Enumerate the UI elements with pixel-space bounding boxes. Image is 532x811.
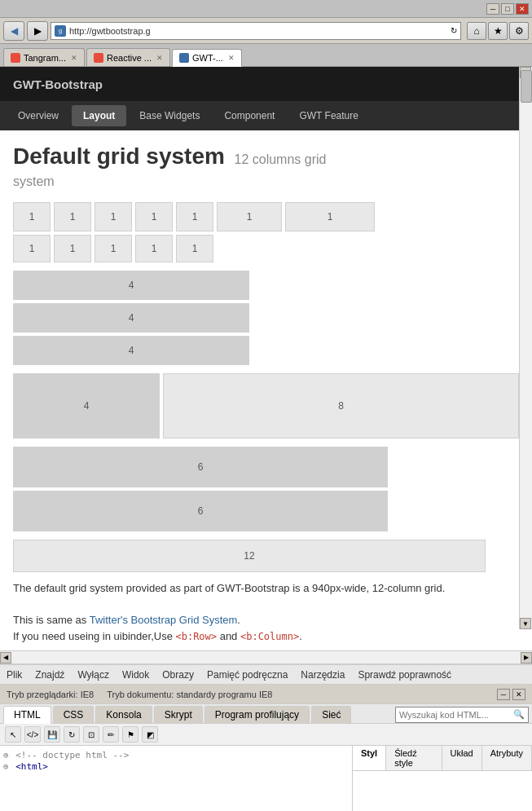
grid-section-3: 4 8 [13, 373, 519, 439]
devtools-tab-profiling[interactable]: Program profilujący [204, 706, 310, 723]
style-panel-header: Styl Śledź style Układ Atrybuty [353, 746, 532, 771]
devtools-menu-pamiec[interactable]: Pamięć podręczna [207, 669, 288, 681]
devtools-tab-html[interactable]: HTML [3, 706, 51, 724]
devtools-tab-konsola[interactable]: Konsola [95, 706, 152, 723]
grid-row-1-1: 1 1 1 1 1 1 1 [13, 202, 519, 231]
grid-section-5: 12 [13, 540, 519, 572]
grid-cell-4: 4 [13, 271, 249, 300]
grid-cell-4-tall: 4 [13, 373, 160, 439]
expand-icon-2[interactable]: ⊕ [3, 761, 9, 772]
address-text: http://gwtbootstrap.g [69, 26, 451, 36]
grid-cell: 1 [217, 202, 282, 231]
tab-label: Tangram... [24, 53, 66, 63]
scroll-thumb[interactable] [521, 70, 532, 103]
devtools-menu-wylacz[interactable]: Wyłącz [77, 669, 109, 681]
devtools-window-controls: ─ ✕ [497, 689, 525, 700]
description-para-1: The default grid system provided as part… [13, 580, 519, 597]
vertical-scrollbar[interactable]: ▲ ▼ [519, 67, 532, 629]
devtools-close-btn[interactable]: ✕ [512, 689, 525, 700]
devtools-btn6[interactable]: ✏ [103, 726, 119, 743]
devtools-minimize-btn[interactable]: ─ [497, 689, 510, 700]
grid-row-4-2: 6 [13, 491, 519, 531]
devtools-tab-css[interactable]: CSS [53, 706, 95, 723]
nav-item-overview[interactable]: Overview [7, 105, 70, 126]
code-tag-column: <b:Column> [240, 631, 299, 642]
tab-close-reactive-icon[interactable]: ✕ [156, 54, 163, 62]
tab-label-reactive: Reactive ... [107, 53, 152, 63]
devtools-save-btn[interactable]: 💾 [44, 726, 60, 743]
grid-cell-4: 4 [13, 303, 249, 333]
grid-cell-12: 12 [13, 540, 486, 572]
scroll-left-arrow[interactable]: ◀ [0, 652, 11, 663]
grid-cell-4: 4 [13, 336, 249, 365]
maximize-button[interactable]: □ [501, 3, 514, 15]
grid-cell: 1 [135, 235, 173, 262]
browser-titlebar: ─ □ ✕ [0, 0, 532, 18]
back-button[interactable]: ◀ [3, 21, 24, 41]
devtools-btn5[interactable]: ⊡ [83, 726, 99, 743]
devtools-tabs: HTML CSS Konsola Skrypt Program profiluj… [0, 704, 532, 724]
tab-tangram[interactable]: Tangram... ✕ [3, 48, 85, 66]
devtools-menu-znajdz[interactable]: Znajdź [35, 669, 64, 681]
grid-row-1-2: 1 1 1 1 1 [13, 235, 519, 262]
devtools-toolbar: ↖ </> 💾 ↻ ⊡ ✏ ⚑ ◩ [0, 724, 532, 746]
horizontal-scrollbar[interactable]: ◀ ▶ [0, 650, 532, 663]
favicon: g [55, 25, 66, 37]
forward-button[interactable]: ▶ [27, 21, 48, 41]
devtools-search-input[interactable] [396, 710, 510, 720]
devtools-refresh-btn[interactable]: ↻ [64, 726, 80, 743]
devtools-menu-widok[interactable]: Widok [122, 669, 149, 681]
style-tab-styl[interactable]: Styl [353, 746, 386, 770]
favorites-button[interactable]: ★ [488, 22, 508, 40]
devtools-btn7[interactable]: ⚑ [122, 726, 138, 743]
bootstrap-link[interactable]: Twitter's Bootstrap Grid System [90, 614, 238, 626]
devtools-cursor-btn[interactable]: ↖ [5, 726, 21, 743]
style-tab-atrybuty[interactable]: Atrybuty [482, 746, 532, 770]
home-button[interactable]: ⌂ [467, 22, 486, 40]
devtools-menu-plik[interactable]: Plik [7, 669, 22, 681]
style-tab-sledz[interactable]: Śledź style [386, 746, 442, 770]
style-tab-uklad[interactable]: Układ [442, 746, 482, 770]
description-para-2: This is same as Twitter's Bootstrap Grid… [13, 612, 519, 628]
minimize-button[interactable]: ─ [486, 3, 499, 15]
page-title: Default grid system [13, 143, 225, 169]
tab-reactive[interactable]: Reactive ... ✕ [86, 48, 170, 66]
html-tag-html: <html> [15, 761, 48, 772]
devtools-search-box[interactable]: 🔍 [395, 707, 529, 723]
devtools-tab-skrypt[interactable]: Skrypt [154, 706, 203, 723]
nav-item-component[interactable]: Component [213, 105, 286, 126]
devtools-search-btn[interactable]: 🔍 [510, 709, 528, 720]
expand-icon[interactable]: ⊕ [3, 750, 9, 760]
browser-toolbar: ◀ ▶ g http://gwtbootstrap.g ↻ ⌂ ★ ⚙ [0, 18, 532, 44]
grid-cell: 1 [95, 235, 132, 262]
tab-close-icon[interactable]: ✕ [71, 54, 77, 62]
nav-item-base-widgets[interactable]: Base Widgets [128, 105, 211, 126]
nav-item-gwt-feature[interactable]: GWT Feature [288, 105, 369, 126]
nav-item-layout[interactable]: Layout [72, 105, 126, 126]
devtools-status-bar: Tryb przeglądarki: IE8 Tryb dokumentu: s… [0, 685, 532, 704]
tab-favicon-gwt [179, 53, 189, 63]
devtools-menu-narzedzia[interactable]: Narzędzia [301, 669, 345, 681]
scroll-down-arrow[interactable]: ▼ [520, 618, 531, 629]
refresh-button[interactable]: ↻ [451, 26, 457, 35]
tab-gwt[interactable]: GWT-... ✕ [172, 49, 242, 67]
tab-close-gwt-icon[interactable]: ✕ [228, 54, 235, 62]
gwt-header-title: GWT-Bootstrap [13, 77, 103, 91]
devtools-menu-sprawdz[interactable]: Sprawdź poprawność [358, 669, 451, 681]
doc-mode-text: Tryb dokumentu: standardy programu IE8 [107, 690, 272, 699]
close-button[interactable]: ✕ [516, 3, 529, 15]
grid-cell: 1 [54, 235, 91, 262]
settings-button[interactable]: ⚙ [509, 22, 529, 40]
page-title-line: Default grid system 12 columns grid [13, 143, 519, 170]
browser-tabs: Tangram... ✕ Reactive ... ✕ GWT-... ✕ [0, 44, 532, 67]
grid-section-4: 6 6 [13, 447, 519, 531]
browser-right-toolbar: ⌂ ★ ⚙ [467, 22, 529, 40]
devtools-html-btn[interactable]: </> [24, 726, 41, 743]
devtools-tab-siec[interactable]: Sieć [311, 706, 351, 723]
devtools-btn8[interactable]: ◩ [142, 726, 158, 743]
devtools-menu-obrazy[interactable]: Obrazy [162, 669, 194, 681]
scroll-right-arrow[interactable]: ▶ [521, 652, 532, 663]
grid-cell: 1 [13, 202, 51, 231]
address-bar[interactable]: g http://gwtbootstrap.g ↻ [51, 22, 461, 40]
tab-label-gwt: GWT-... [192, 53, 223, 63]
